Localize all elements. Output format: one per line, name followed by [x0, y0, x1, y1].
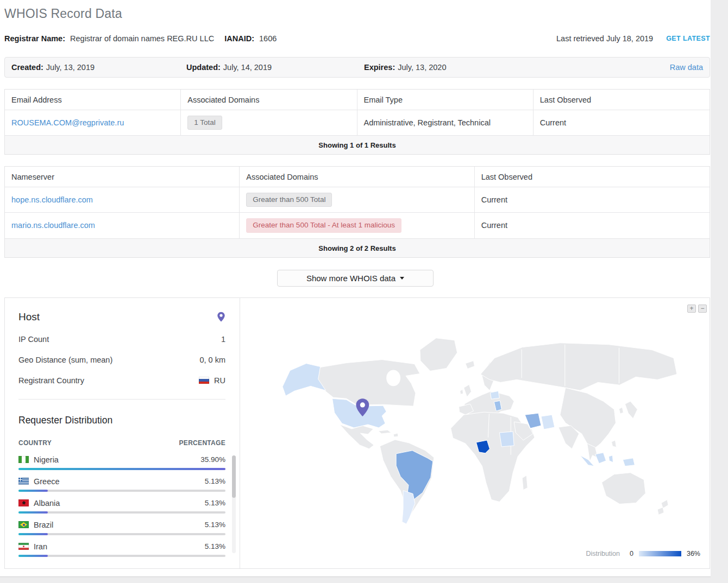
nameserver-link[interactable]: mario.ns.cloudflare.com — [11, 221, 95, 230]
requester-country-list: Nigeria 35.90% Greece 5.13% — [18, 455, 225, 557]
ns-last-observed-cell: Current — [475, 213, 710, 238]
map-canada — [312, 359, 420, 406]
created-label: Created: — [11, 63, 43, 72]
map-sulawesi-highlight — [609, 455, 613, 462]
scrollbar-thumb[interactable] — [232, 455, 236, 498]
country-name: Iran — [34, 542, 47, 551]
email-table: Email Address Associated Domains Email T… — [4, 89, 710, 155]
map-argentina-highlight — [402, 490, 415, 524]
registrar-name-value: Registrar of domain names REG.RU LLC — [70, 34, 214, 43]
flag-greece-icon — [18, 478, 29, 485]
country-row-greece: Greece 5.13% — [18, 477, 225, 492]
map-japan — [625, 401, 637, 419]
registrant-country-code: RU — [214, 376, 225, 385]
percentage-bar-track — [18, 511, 225, 514]
country-percentage: 5.13% — [205, 499, 225, 507]
expires-label: Expires: — [364, 63, 395, 72]
country-row-brazil: Brazil 5.13% — [18, 521, 225, 535]
ip-count-value: 1 — [221, 335, 225, 344]
host-row-registrant-country: Registrant Country RU — [18, 376, 225, 385]
nameserver-row: hope.ns.cloudflare.com Greater than 500 … — [5, 187, 710, 213]
country-name: Greece — [34, 477, 60, 486]
page-title: WHOIS Record Data — [4, 7, 711, 21]
divider — [18, 399, 225, 400]
country-percentage: 5.13% — [205, 521, 225, 529]
legend-gradient-bar — [639, 551, 681, 556]
country-name: Albania — [34, 499, 60, 508]
legend-label: Distribution — [586, 550, 620, 557]
percentage-bar-fill — [18, 511, 48, 514]
map-greenland — [420, 338, 457, 371]
geo-distance-value: 0, 0 km — [199, 356, 225, 364]
map-hispaniola — [393, 433, 398, 437]
col-last-observed: Last Observed — [534, 90, 710, 110]
expires-date: Expires:July, 13, 2020 — [364, 63, 670, 72]
updated-label: Updated: — [186, 63, 221, 72]
expires-value: July, 13, 2020 — [398, 63, 446, 72]
country-header: COUNTRY — [18, 439, 52, 447]
world-map-svg — [240, 298, 710, 568]
map-poland-highlight — [490, 391, 499, 399]
created-value: July, 13, 2019 — [46, 63, 95, 72]
map-philippines — [611, 440, 616, 447]
registrar-name-label: Registrar Name: — [4, 34, 65, 43]
ianaid-value: 1606 — [259, 34, 277, 43]
map-ireland — [460, 389, 463, 394]
registrant-country-label: Registrant Country — [18, 376, 84, 385]
map-iceland — [466, 360, 475, 369]
world-map[interactable]: + − Distribution 0 36% — [240, 298, 710, 568]
legend-min: 0 — [630, 550, 633, 557]
percentage-bar-fill — [18, 555, 48, 557]
map-pakistan-highlight — [541, 415, 555, 429]
map-sudan-highlight — [499, 432, 514, 447]
map-cuba — [378, 430, 391, 434]
map-new-guinea-highlight — [623, 458, 635, 466]
percentage-bar-track — [18, 555, 225, 557]
map-zoom-out-button[interactable]: − — [698, 305, 707, 313]
percentage-bar-fill — [18, 533, 48, 535]
chevron-down-icon — [400, 277, 404, 280]
show-more-whois-button[interactable]: Show more WHOIS data — [277, 270, 434, 287]
country-percentage: 5.13% — [205, 477, 225, 485]
flag-iran-icon — [18, 543, 29, 550]
percentage-header: PERCENTAGE — [179, 439, 225, 447]
country-list-scrollbar[interactable] — [232, 455, 236, 553]
ip-count-label: IP Count — [18, 335, 49, 344]
registrar-row: Registrar Name: Registrar of domain name… — [4, 34, 710, 43]
distribution-legend: Distribution 0 36% — [586, 550, 700, 557]
map-korea — [619, 407, 623, 414]
map-new-zealand — [657, 507, 664, 515]
email-link[interactable]: ROUSEMA.COM@regprivate.ru — [11, 118, 124, 127]
country-row-nigeria: Nigeria 35.90% — [18, 455, 225, 470]
domains-count-badge: 1 Total — [187, 116, 222, 130]
nameserver-link[interactable]: hope.ns.cloudflare.com — [11, 195, 93, 204]
flag-brazil-icon — [18, 521, 29, 528]
country-row-albania: Albania 5.13% — [18, 499, 225, 514]
nameserver-table: Nameserver Associated Domains Last Obser… — [4, 166, 710, 257]
nameserver-table-header: Nameserver Associated Domains Last Obser… — [5, 167, 710, 187]
map-madagascar — [522, 475, 528, 490]
raw-data-link[interactable]: Raw data — [670, 63, 703, 72]
col-email-address: Email Address — [5, 90, 181, 110]
col-associated-domains: Associated Domains — [181, 90, 357, 110]
country-percentage: 5.13% — [205, 542, 225, 550]
map-new-zealand — [661, 499, 668, 508]
country-name: Nigeria — [34, 455, 59, 464]
created-date: Created:July, 13, 2019 — [11, 63, 186, 72]
percentage-bar-fill — [18, 468, 225, 470]
host-map-panel: Host IP Count 1 Geo Distance (sum, mean)… — [4, 297, 710, 569]
last-observed-cell: Current — [534, 110, 710, 136]
flag-russia-icon — [199, 377, 209, 384]
nameserver-table-summary: Showing 2 of 2 Results — [5, 239, 710, 257]
show-more-label: Show more WHOIS data — [306, 274, 396, 283]
get-latest-link[interactable]: GET LATEST — [666, 35, 710, 42]
country-row-iran: Iran 5.13% — [18, 542, 225, 557]
country-name: Brazil — [34, 521, 53, 529]
retrieved-info: Last retrieved July 18, 2019 GET LATEST — [556, 34, 710, 43]
map-borneo-highlight — [595, 452, 606, 463]
host-row-ip-count: IP Count 1 — [18, 335, 225, 344]
email-table-header: Email Address Associated Domains Email T… — [5, 90, 710, 110]
registrant-country-value: RU — [199, 376, 225, 385]
map-zoom-in-button[interactable]: + — [687, 305, 696, 313]
whois-section: WHOIS Record Data Registrar Name: Regist… — [0, 0, 711, 577]
